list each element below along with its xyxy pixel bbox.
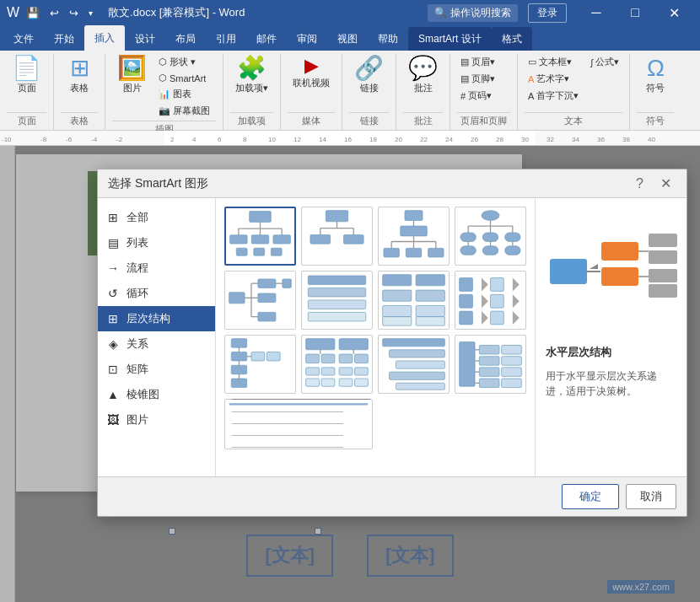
thumb-13[interactable]: ────────────────────────────────────────… [224, 399, 373, 449]
minimize-btn[interactable]: ─ [577, 0, 616, 25]
svg-rect-113 [267, 352, 280, 362]
header-btn[interactable]: ▤ 页眉▾ [457, 54, 498, 70]
online-video-icon: ▶ [304, 56, 319, 75]
svg-rect-110 [231, 352, 246, 362]
tab-layout[interactable]: 布局 [165, 27, 206, 51]
thumb-2[interactable] [301, 207, 373, 266]
customize-qa-btn[interactable]: ▾ [85, 7, 96, 19]
equation-btn[interactable]: ∫ 公式▾ [587, 54, 622, 70]
footer-btn[interactable]: ▤ 页脚▾ [457, 71, 498, 87]
shapes-icon: ⬡ [159, 56, 167, 67]
svg-rect-115 [231, 365, 246, 374]
chart-btn[interactable]: 📊 图表 [155, 86, 213, 102]
svg-rect-89 [416, 275, 444, 286]
svg-rect-71 [482, 246, 498, 255]
svg-text:──────────────────────: ────────────────────── [231, 418, 344, 427]
tab-smartart-design[interactable]: SmartArt 设计 [408, 27, 492, 51]
cat-picture[interactable]: 🖼 图片 [98, 407, 215, 433]
chart-icon: 📊 [159, 89, 170, 99]
undo-btn[interactable]: ↩ [46, 5, 62, 21]
svg-rect-38 [254, 248, 265, 255]
screenshot-btn[interactable]: 📷 屏幕截图 [155, 103, 213, 119]
thumb-9[interactable] [224, 335, 296, 394]
save-quick-btn[interactable]: 💾 [23, 5, 43, 21]
tab-references[interactable]: 引用 [206, 27, 246, 51]
tab-view[interactable]: 视图 [327, 27, 368, 51]
comment-btn[interactable]: 💬 批注 [403, 54, 443, 97]
group-label-text: 文本 [525, 112, 622, 130]
tab-file[interactable]: 文件 [3, 27, 44, 51]
tab-design[interactable]: 设计 [125, 27, 165, 51]
shapes-btn[interactable]: ⬡ 形状 ▾ [155, 54, 213, 70]
svg-text:36: 36 [597, 136, 605, 143]
group-label-page: 页面 [7, 112, 46, 130]
cat-relationship[interactable]: ◈ 关系 [98, 331, 215, 357]
group-label-addon: 加载项 [230, 112, 273, 130]
redo-btn[interactable]: ↪ [66, 5, 82, 21]
group-label-link: 链接 [349, 112, 389, 130]
tab-help[interactable]: 帮助 [368, 27, 408, 51]
table-btn[interactable]: ⊞ 表格 [61, 54, 98, 97]
svg-text:-4: -4 [91, 136, 98, 143]
addon-btn[interactable]: 🧩 加载项▾ [230, 54, 273, 97]
page-num-btn[interactable]: # 页码▾ [457, 88, 498, 104]
cancel-button[interactable]: 取消 [626, 484, 676, 509]
svg-rect-158 [550, 259, 587, 284]
ok-button[interactable]: 确定 [562, 484, 619, 509]
svg-rect-161 [601, 242, 638, 261]
close-btn[interactable]: ✕ [654, 0, 693, 25]
svg-rect-135 [390, 350, 445, 357]
thumb-5[interactable] [224, 271, 296, 330]
screenshot-icon: 📷 [159, 105, 170, 116]
textbox-btn[interactable]: ▭ 文本框▾ [525, 54, 582, 70]
cat-list[interactable]: ▤ 列表 [98, 230, 215, 255]
svg-rect-128 [339, 368, 353, 375]
symbol-icon: Ω [647, 56, 665, 80]
svg-text:10: 10 [268, 136, 276, 143]
thumb-4[interactable] [455, 207, 526, 266]
svg-rect-132 [339, 379, 353, 386]
picture-btn[interactable]: 🖼️ 图片 [112, 54, 152, 97]
tab-format[interactable]: 格式 [492, 27, 532, 51]
page-btn[interactable]: 📄 页面 [7, 54, 46, 97]
restore-btn[interactable]: □ [616, 0, 654, 25]
link-btn[interactable]: 🔗 链接 [349, 54, 389, 97]
svg-rect-126 [306, 368, 320, 375]
wordart-btn[interactable]: A 艺术字▾ [525, 71, 582, 87]
svg-rect-57 [428, 248, 444, 257]
thumb-7[interactable] [378, 271, 450, 330]
cat-all[interactable]: ⊞ 全部 [98, 205, 215, 230]
cat-process[interactable]: → 流程 [98, 255, 215, 281]
thumb-10[interactable] [301, 335, 373, 394]
smartart-btn[interactable]: ⬡ SmartArt [155, 71, 213, 85]
cat-hierarchy[interactable]: ⊞ 层次结构 [98, 306, 215, 331]
cat-pyramid[interactable]: ▲ 棱锥图 [98, 382, 215, 407]
tab-review[interactable]: 审阅 [287, 27, 327, 51]
thumb-11[interactable] [378, 335, 450, 394]
dialog-help-btn[interactable]: ? [631, 175, 649, 193]
svg-rect-84 [308, 276, 365, 285]
search-bar[interactable]: 🔍 操作说明搜索 [428, 4, 518, 22]
online-video-btn[interactable]: ▶ 联机视频 [288, 54, 335, 92]
symbol-btn[interactable]: Ω 符号 [637, 54, 674, 97]
thumb-8[interactable] [455, 271, 526, 330]
thumb-12[interactable] [455, 335, 526, 394]
svg-rect-86 [308, 300, 365, 309]
thumb-3[interactable] [378, 207, 450, 266]
cat-matrix[interactable]: ⊡ 矩阵 [98, 357, 215, 382]
ribbon-group-page: 📄 页面 页面 [0, 54, 54, 130]
cat-cycle[interactable]: ↺ 循环 [98, 281, 215, 306]
login-button[interactable]: 登录 [528, 3, 567, 23]
svg-rect-127 [321, 368, 335, 375]
comment-icon: 💬 [408, 56, 438, 80]
svg-rect-150 [502, 368, 522, 377]
tab-mailings[interactable]: 邮件 [246, 27, 287, 51]
dropcap-btn[interactable]: A 首字下沉▾ [525, 88, 582, 104]
dialog-close-btn[interactable]: ✕ [655, 174, 676, 193]
thumb-6[interactable] [301, 271, 373, 330]
thumb-1[interactable] [224, 207, 296, 266]
tab-insert[interactable]: 插入 [84, 25, 125, 51]
tab-home[interactable]: 开始 [44, 27, 84, 51]
ribbon-group-addon: 🧩 加载项▾ 加载项 [223, 54, 281, 130]
svg-marker-100 [475, 294, 488, 308]
